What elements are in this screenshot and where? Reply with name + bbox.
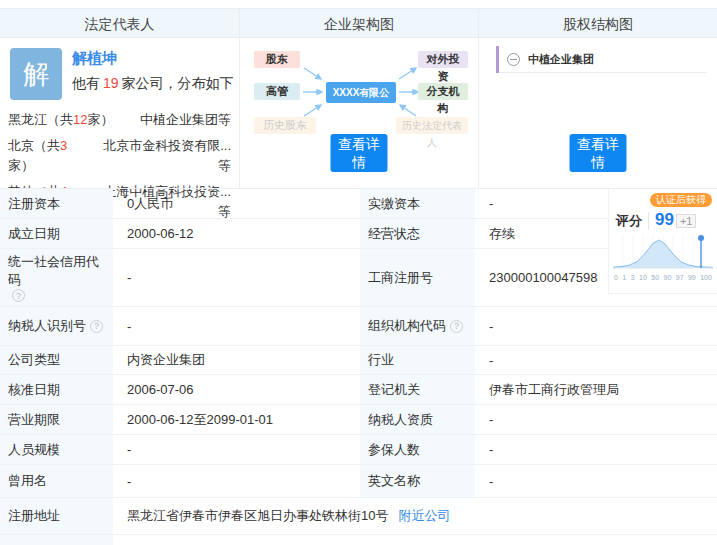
field-label: 实缴资本 <box>360 189 475 218</box>
tree-accent-bar <box>496 46 499 73</box>
field-label: 英文名称 <box>360 465 475 497</box>
table-row-scope: 经营范围 - <box>0 535 717 545</box>
score-axis-ticks: 0131050909799100 <box>613 274 713 281</box>
node-branch: 分支机构 <box>418 83 468 100</box>
field-value: - <box>475 405 717 434</box>
table-row: 纳税人识别号 - 组织机构代码 - <box>0 307 717 346</box>
axis-tick: 99 <box>688 274 696 281</box>
field-value: 伊春市工商行政管理局 <box>475 375 717 404</box>
node-company-center: XXXX有限公司 <box>326 82 396 103</box>
help-icon[interactable] <box>450 320 463 333</box>
registered-address: 黑龙江省伊春市伊春区旭日办事处铁林街10号 <box>127 507 388 525</box>
field-label: 公司类型 <box>0 346 113 374</box>
collapse-minus-icon[interactable] <box>507 53 520 66</box>
field-label: 人员规模 <box>0 435 113 464</box>
org-chart-panel-title: 企业架构图 <box>240 8 478 38</box>
company-detail-table: 认证后获得 评分 99 +1 013105090 <box>0 188 717 545</box>
field-value: 0人民币 <box>113 189 360 218</box>
table-row: 公司类型 内资企业集团 行业 - <box>0 346 717 375</box>
table-row-address: 注册地址 黑龙江省伊春市伊春区旭日办事处铁林街10号 附近公司 <box>0 498 717 535</box>
axis-tick: 1 <box>622 274 626 281</box>
field-value: 2006-07-06 <box>113 375 360 404</box>
company-count: 19 <box>103 75 119 91</box>
axis-tick: 97 <box>676 274 684 281</box>
field-value: - <box>113 465 360 497</box>
score-marker-pin-icon <box>698 235 704 241</box>
legal-rep-panel-title: 法定代表人 <box>0 8 239 38</box>
equity-root-label: 中植企业集团 <box>528 52 594 67</box>
node-investment: 对外投资 <box>418 51 468 68</box>
field-label: 组织机构代码 <box>360 307 475 345</box>
field-value: - <box>113 535 717 545</box>
field-value: 2000-06-12 <box>113 219 360 248</box>
field-label: 经营状态 <box>360 219 475 248</box>
region-companies: 中植企业集团等 <box>140 110 231 130</box>
nearby-companies-link[interactable]: 附近公司 <box>398 507 450 525</box>
legal-rep-panel: 法定代表人 解 解植坤 他有19家公司，分布如下 黑龙江（共12家） 中植企业集… <box>0 8 239 188</box>
field-label: 纳税人识别号 <box>0 307 113 345</box>
field-value: - <box>113 307 360 345</box>
org-chart-panel: 企业架构图 <box>239 8 478 188</box>
axis-tick: 10 <box>639 274 647 281</box>
field-value: - <box>113 249 360 306</box>
axis-tick: 3 <box>631 274 635 281</box>
certify-badge[interactable]: 认证后获得 <box>650 193 712 207</box>
distribution-area <box>613 240 713 268</box>
node-history-shareholder: 历史股东 <box>254 117 316 134</box>
node-executive: 高管 <box>254 83 300 100</box>
region-row-beijing: 北京（共3家） 北京市金科投资有限... 等 <box>8 136 231 176</box>
region-row-heilongjiang: 黑龙江（共12家） 中植企业集团等 <box>8 110 231 130</box>
score-bonus: +1 <box>676 214 697 228</box>
region-companies: 北京市金科投资有限... 等 <box>91 136 231 176</box>
score-value: 99 <box>655 210 674 230</box>
node-shareholder: 股东 <box>254 51 300 68</box>
field-label: 纳税人资质 <box>360 405 475 434</box>
table-row: 核准日期 2006-07-06 登记机关 伊春市工商行政管理局 <box>0 375 717 405</box>
field-value: - <box>475 435 717 464</box>
table-row: 人员规模 - 参保人数 - <box>0 435 717 465</box>
axis-tick: 0 <box>614 274 618 281</box>
help-icon[interactable] <box>90 320 103 333</box>
field-label: 参保人数 <box>360 435 475 464</box>
field-value: - <box>475 465 717 497</box>
table-row: 曾用名 - 英文名称 - <box>0 465 717 498</box>
field-label: 注册地址 <box>0 498 113 534</box>
field-label: 经营范围 <box>0 535 113 545</box>
field-value: - <box>475 307 717 345</box>
help-icon[interactable] <box>12 289 25 302</box>
summary-prefix: 他有 <box>72 75 100 91</box>
legal-rep-name-link[interactable]: 解植坤 <box>72 49 117 68</box>
field-label: 曾用名 <box>0 465 113 497</box>
field-value: 2000-06-12至2099-01-01 <box>113 405 360 434</box>
equity-panel-title: 股权结构图 <box>479 8 717 38</box>
field-value: - <box>475 346 717 374</box>
score-widget: 认证后获得 评分 99 +1 013105090 <box>608 189 717 294</box>
field-label: 核准日期 <box>0 375 113 404</box>
summary-suffix: 家公司，分布如下 <box>122 75 234 91</box>
field-label: 营业期限 <box>0 405 113 434</box>
field-value: 黑龙江省伊春市伊春区旭日办事处铁林街10号 附近公司 <box>113 498 717 534</box>
node-history-legal-rep: 历史法定代表人 <box>396 117 468 134</box>
top-panels: 法定代表人 解 解植坤 他有19家公司，分布如下 黑龙江（共12家） 中植企业集… <box>0 8 717 188</box>
equity-view-detail-button[interactable]: 查看详情 <box>570 134 627 172</box>
company-profile-page: 法定代表人 解 解植坤 他有19家公司，分布如下 黑龙江（共12家） 中植企业集… <box>0 0 717 545</box>
axis-tick: 50 <box>651 274 659 281</box>
field-label: 登记机关 <box>360 375 475 404</box>
field-label: 工商注册号 <box>360 249 475 306</box>
field-value: - <box>113 435 360 464</box>
field-label: 成立日期 <box>0 219 113 248</box>
field-label: 行业 <box>360 346 475 374</box>
axis-tick: 100 <box>700 274 712 281</box>
legal-rep-summary: 他有19家公司，分布如下 <box>72 75 234 93</box>
field-label: 统一社会信用代码 <box>0 249 113 306</box>
score-label: 评分 <box>616 212 649 230</box>
axis-tick: 90 <box>664 274 672 281</box>
field-label: 注册资本 <box>0 189 113 218</box>
org-chart-view-detail-button[interactable]: 查看详情 <box>331 134 388 172</box>
equity-panel: 股权结构图 中植企业集团 查看详情 <box>478 8 717 188</box>
equity-tree-root[interactable]: 中植企业集团 <box>499 46 707 73</box>
legal-rep-avatar[interactable]: 解 <box>10 48 62 100</box>
score-distribution-chart <box>613 232 713 274</box>
table-row: 营业期限 2000-06-12至2099-01-01 纳税人资质 - <box>0 405 717 435</box>
field-value: 内资企业集团 <box>113 346 360 374</box>
